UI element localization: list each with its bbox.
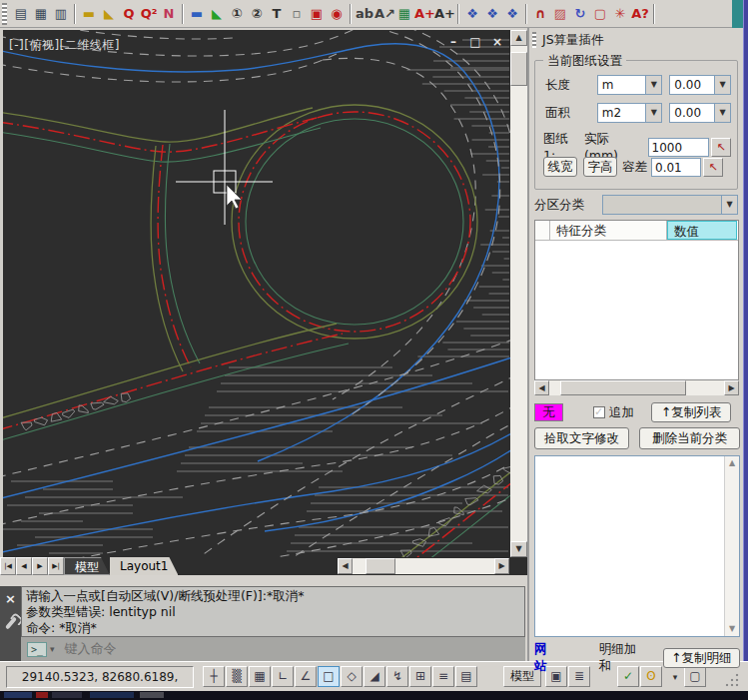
ruler-x-icon[interactable]: ▬ [187,3,207,25]
horizontal-scroll-thumb[interactable] [366,558,395,574]
circle-1-icon[interactable]: ① [227,3,247,25]
vertical-scroll-thumb[interactable] [510,52,527,86]
chevron-down-icon[interactable]: ▼ [645,76,661,94]
scroll-up-icon[interactable]: ▲ [725,456,739,470]
wrench-icon[interactable] [4,616,16,629]
scroll-right-icon[interactable]: ▶ [494,558,509,574]
object-snap-icon[interactable]: □ [318,666,340,687]
close-icon[interactable]: × [490,35,504,49]
text-arrow-icon[interactable]: A↗ [374,3,394,25]
box-flag-icon[interactable]: ◉ [327,3,347,25]
command-input[interactable]: 键入命令 [65,640,117,658]
dynamic-input-icon[interactable]: ⊞ [409,666,431,687]
zoom-r-icon[interactable]: Q [119,3,139,25]
tab-nav-last-button[interactable]: ▶| [48,557,64,575]
doc-list-icon[interactable]: ▤ [11,3,31,25]
area-unit-combo[interactable]: m2 ▼ [597,103,663,123]
plot-tool-icon-2[interactable]: ❖ [482,3,502,25]
textheight-button[interactable]: 字高 [583,157,617,177]
chevron-down-icon[interactable]: ▼ [714,104,730,122]
drawing-vertical-scrollbar[interactable]: ▲ ▼ [510,30,527,557]
tab-nav-first-button[interactable]: |◀ [0,557,16,575]
magnet-icon[interactable]: ∩ [530,3,550,25]
col-blank-header[interactable] [535,221,550,240]
copy-list-button[interactable]: ↑复制列表 [651,402,731,422]
plot-tool-icon-1[interactable]: ❖ [462,3,482,25]
pick-on-screen-button[interactable]: ↖ [711,138,731,157]
tab-nav-next-button[interactable]: ▶ [32,557,48,575]
text-add-red-icon[interactable]: A+ [414,3,434,25]
find-text-icon[interactable]: ab [355,3,374,25]
snap-mode-icon[interactable]: ┼ [203,666,225,687]
website-link[interactable]: 网站 [534,641,559,675]
table-scroll-thumb[interactable] [560,380,686,395]
delete-class-button[interactable]: 删除当前分类 [639,427,740,449]
scroll-down-icon[interactable]: ▼ [510,541,527,557]
partition-combo[interactable]: ▼ [602,195,738,215]
circle-2-icon[interactable]: ② [247,3,267,25]
n-marker-icon[interactable]: N [159,3,179,25]
viewport-label[interactable]: [-][俯视][二维线框] [9,37,120,54]
minimize-icon[interactable]: – [446,35,460,49]
scroll-left-icon[interactable]: ◀ [338,558,353,574]
scroll-right-icon[interactable]: ▶ [724,380,739,395]
detail-listbox[interactable]: ▲ ▼ [534,455,740,637]
table-horizontal-scrollbar[interactable]: ◀ ▶ [534,380,739,395]
zoom-r2-icon[interactable]: Q² [139,3,159,25]
scroll-left-icon[interactable]: ◀ [534,380,549,395]
drawing-horizontal-scrollbar[interactable]: ◀ ▶ [338,558,509,574]
panel-title-bar[interactable]: JS算量插件 [529,30,743,50]
panel-grip[interactable] [532,32,536,48]
linewidth-button[interactable]: 线宽 [543,157,577,177]
doc-flag-icon[interactable]: ▣ [307,3,327,25]
ruler-measure-icon[interactable]: ▬ [79,3,99,25]
shield-hatch-icon[interactable]: ▨ [550,3,570,25]
object-snap-3d-icon[interactable]: ◇ [341,666,363,687]
text-annotate-icon[interactable]: T [267,3,287,25]
chevron-down-icon[interactable]: ▼ [645,104,661,122]
col-feature-header[interactable]: 特征分类 [550,221,667,240]
scroll-up-icon[interactable]: ▲ [510,30,527,46]
burst-icon[interactable]: ✳ [610,3,630,25]
chevron-down-icon[interactable]: ▼ [721,196,737,214]
append-checkbox[interactable] [593,406,605,418]
pick-on-screen-button[interactable]: ↖ [703,158,723,177]
text-add-icon[interactable]: A+ [434,3,454,25]
length-precision-combo[interactable]: 0.00 ▼ [669,75,731,95]
table-body[interactable] [535,241,738,360]
quick-properties-icon[interactable]: ▤ [455,666,477,687]
text-query-icon[interactable]: A? [630,3,650,25]
command-dropdown-icon[interactable]: ▾ [50,644,55,654]
feature-class-table[interactable]: 特征分类 数值 [534,220,739,380]
detail-vertical-scrollbar[interactable]: ▲ ▼ [724,456,739,636]
toolbar-grip[interactable] [2,3,7,25]
drawing-canvas[interactable] [3,30,510,557]
length-unit-combo[interactable]: m ▼ [597,75,663,95]
coordinate-readout[interactable]: 29140.5323, 82680.6189, 0.0000 [6,666,194,688]
tolerance-input[interactable]: 0.01 [651,158,701,177]
plot-tool-icon-3[interactable]: ❖ [502,3,522,25]
command-input-row[interactable]: >_ ▾ 键入命令 [21,637,525,661]
table-insert-icon[interactable]: ▦ [394,3,414,25]
object-track-icon[interactable]: ◢ [364,666,385,687]
grid-display-icon[interactable]: ▦ [249,666,271,687]
dotted-select-icon[interactable]: ▢ [590,3,610,25]
polar-tracking-icon[interactable]: ∠ [295,666,317,687]
area-measure-icon[interactable]: ◣ [99,3,119,25]
actual-size-input[interactable]: 1000 [648,138,710,157]
dynamic-ucs-icon[interactable]: ↯ [386,666,408,687]
rotate-tool-icon[interactable]: ↻ [570,3,590,25]
tab-nav-prev-button[interactable]: ◀ [16,557,32,575]
drawing-viewport[interactable]: [-][俯视][二维线框] – □ × [0,30,510,557]
copy-detail-button[interactable]: ↑复制明细 [663,648,741,668]
scroll-down-icon[interactable]: ▼ [725,622,739,636]
doc-panel-icon[interactable]: ▥ [51,3,71,25]
none-chip[interactable]: 无 [534,403,563,421]
area-precision-combo[interactable]: 0.00 ▼ [669,103,731,123]
command-history[interactable]: 请输入一点或[自动区域(V)/断线预处理(F)]:*取消*参数类型错误: len… [21,586,525,637]
tab-layout1[interactable]: Layout1 [110,557,178,575]
cell-row-icon[interactable]: ▦ [31,3,51,25]
grid-dots-icon[interactable]: ▒ [226,666,248,687]
lineweight-icon[interactable]: ≡ [432,666,454,687]
col-value-header[interactable]: 数值 [667,221,737,240]
